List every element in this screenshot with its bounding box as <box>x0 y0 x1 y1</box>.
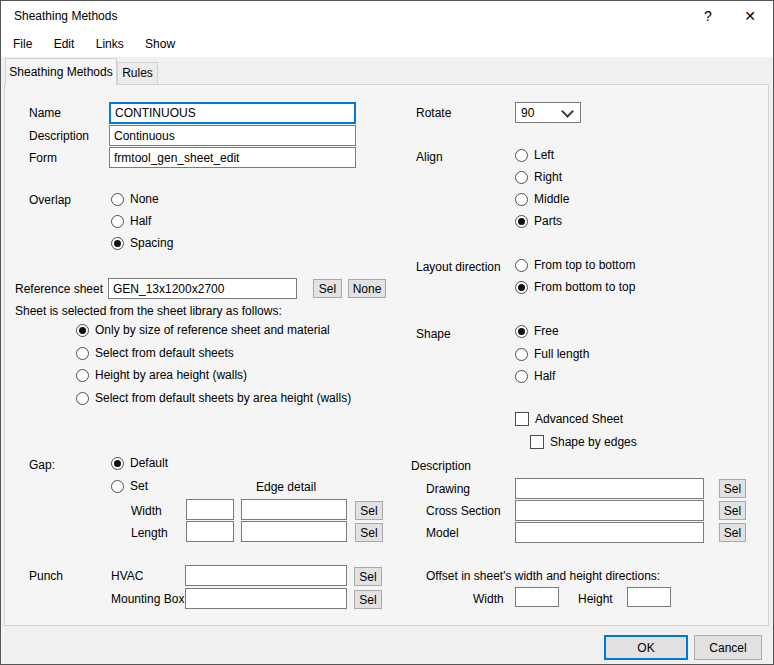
radio-label: Free <box>534 324 559 338</box>
name-input[interactable] <box>109 102 356 124</box>
library-option-height-by-area[interactable]: Height by area height (walls) <box>76 367 247 383</box>
menu-links[interactable]: Links <box>87 31 133 57</box>
drawing-input[interactable] <box>515 478 704 499</box>
sheathing-methods-dialog: Sheathing Methods ? ✕ File Edit Links Sh… <box>0 0 774 665</box>
menu-show[interactable]: Show <box>136 31 184 57</box>
edge-detail-label: Edge detail <box>256 480 316 495</box>
drawing-label: Drawing <box>426 482 470 497</box>
drawing-sel-button[interactable]: Sel <box>719 479 746 498</box>
punch-label: Punch <box>29 569 63 584</box>
radio-icon <box>515 370 528 383</box>
library-option-default-sheets[interactable]: Select from default sheets <box>76 345 234 361</box>
hvac-sel-button[interactable]: Sel <box>354 567 382 586</box>
hvac-input[interactable] <box>185 565 347 586</box>
checkbox-label: Shape by edges <box>550 435 637 449</box>
gap-length-input[interactable] <box>186 521 234 542</box>
reference-sheet-none-button[interactable]: None <box>348 279 386 298</box>
layout-option-top-to-bottom[interactable]: From top to bottom <box>515 257 635 273</box>
chevron-down-icon <box>561 105 574 118</box>
form-label: Form <box>29 151 57 166</box>
layout-option-bottom-to-top[interactable]: From bottom to top <box>515 279 635 295</box>
radio-label: Full length <box>534 347 589 361</box>
description-input[interactable] <box>109 125 356 146</box>
description-section-title: Description <box>411 459 471 474</box>
shape-by-edges-checkbox[interactable]: Shape by edges <box>530 434 637 450</box>
ok-button[interactable]: OK <box>604 635 688 660</box>
menu-bar: File Edit Links Show <box>1 31 773 57</box>
radio-icon <box>111 193 124 206</box>
gap-width-edge-detail-input[interactable] <box>241 499 347 520</box>
radio-label: Right <box>534 170 562 184</box>
close-icon[interactable]: ✕ <box>729 1 771 31</box>
radio-label: Middle <box>534 192 569 206</box>
shape-option-free[interactable]: Free <box>515 323 559 339</box>
mounting-box-sel-button[interactable]: Sel <box>354 590 382 609</box>
align-option-left[interactable]: Left <box>515 147 554 163</box>
gap-width-sel-button[interactable]: Sel <box>355 501 383 520</box>
cross-section-sel-button[interactable]: Sel <box>719 501 746 520</box>
gap-option-default[interactable]: Default <box>111 455 168 471</box>
offset-caption: Offset in sheet's width and height direc… <box>426 569 660 584</box>
radio-label: Height by area height (walls) <box>95 368 247 382</box>
offset-height-input[interactable] <box>627 587 671 607</box>
rotate-label: Rotate <box>416 106 451 121</box>
radio-icon <box>111 480 124 493</box>
offset-width-input[interactable] <box>515 587 559 607</box>
radio-icon <box>111 215 124 228</box>
radio-icon <box>111 457 124 470</box>
rotate-select[interactable]: 90 <box>515 102 581 123</box>
tab-sheathing-methods[interactable]: Sheathing Methods <box>5 58 117 85</box>
radio-icon <box>515 281 528 294</box>
model-sel-button[interactable]: Sel <box>719 523 746 542</box>
library-option-default-by-area-height[interactable]: Select from default sheets by area heigh… <box>76 390 351 406</box>
reference-sheet-input[interactable] <box>108 278 297 299</box>
reference-sheet-sel-button[interactable]: Sel <box>313 279 342 298</box>
reference-sheet-label: Reference sheet <box>15 282 103 297</box>
hvac-label: HVAC <box>111 569 143 584</box>
tab-rules[interactable]: Rules <box>117 62 158 85</box>
mounting-box-label: Mounting Box <box>111 592 184 607</box>
mounting-box-input[interactable] <box>185 588 347 609</box>
menu-file[interactable]: File <box>4 31 41 57</box>
offset-height-label: Height <box>578 592 613 607</box>
menu-edit[interactable]: Edit <box>45 31 84 57</box>
radio-icon <box>515 348 528 361</box>
gap-length-edge-detail-input[interactable] <box>241 521 347 542</box>
align-option-middle[interactable]: Middle <box>515 191 569 207</box>
overlap-option-none[interactable]: None <box>111 191 159 207</box>
overlap-option-half[interactable]: Half <box>111 213 151 229</box>
advanced-sheet-checkbox[interactable]: Advanced Sheet <box>515 411 623 427</box>
form-input[interactable] <box>109 147 356 168</box>
description-label: Description <box>29 129 89 144</box>
radio-icon <box>76 369 89 382</box>
overlap-option-spacing[interactable]: Spacing <box>111 235 173 251</box>
cross-section-input[interactable] <box>515 500 704 521</box>
shape-option-full-length[interactable]: Full length <box>515 346 589 362</box>
name-label: Name <box>29 106 61 121</box>
shape-option-half[interactable]: Half <box>515 368 555 384</box>
radio-icon <box>76 347 89 360</box>
gap-label: Gap: <box>29 458 55 473</box>
gap-option-set[interactable]: Set <box>111 478 148 494</box>
checkbox-icon <box>515 412 529 426</box>
checkbox-icon <box>530 435 544 449</box>
model-input[interactable] <box>515 522 704 543</box>
help-icon[interactable]: ? <box>687 1 729 31</box>
radio-icon <box>515 215 528 228</box>
cancel-button[interactable]: Cancel <box>694 635 762 660</box>
gap-width-input[interactable] <box>186 499 234 520</box>
model-label: Model <box>426 526 459 541</box>
radio-label: Set <box>130 479 148 493</box>
radio-label: Select from default sheets by area heigh… <box>95 391 351 405</box>
radio-label: From bottom to top <box>534 280 635 294</box>
gap-width-label: Width <box>131 504 162 519</box>
radio-icon <box>515 149 528 162</box>
radio-icon <box>515 259 528 272</box>
library-option-size-of-reference[interactable]: Only by size of reference sheet and mate… <box>76 322 330 338</box>
radio-label: Spacing <box>130 236 173 250</box>
align-option-right[interactable]: Right <box>515 169 562 185</box>
align-option-parts[interactable]: Parts <box>515 213 562 229</box>
radio-label: Half <box>130 214 151 228</box>
gap-length-sel-button[interactable]: Sel <box>355 523 383 542</box>
overlap-label: Overlap <box>29 193 71 208</box>
